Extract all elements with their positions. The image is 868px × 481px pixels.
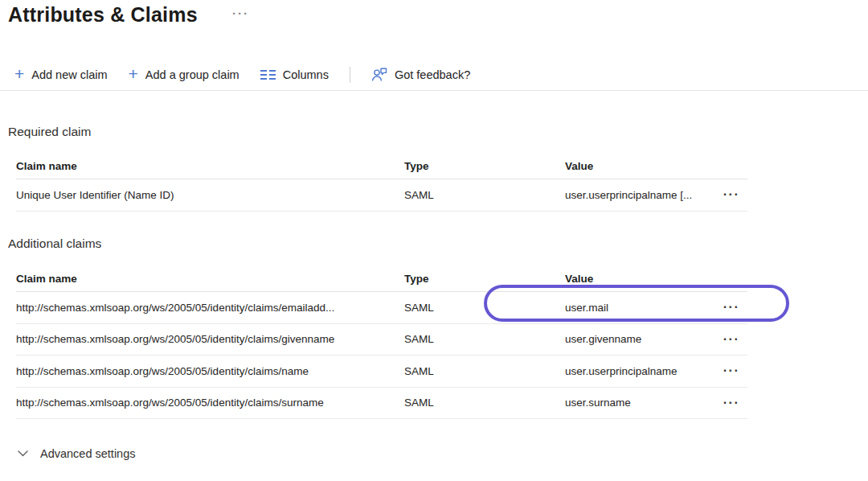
required-claim-heading: Required claim xyxy=(8,125,91,139)
add-group-claim-label: Add a group claim xyxy=(145,68,240,81)
advanced-settings-label: Advanced settings xyxy=(40,447,136,460)
type-cell: SAML xyxy=(404,397,565,409)
additional-claims-table: Claim name Type Value http://schemas.xml… xyxy=(16,265,747,419)
type-cell: SAML xyxy=(404,189,565,201)
column-header-claim-name: Claim name xyxy=(16,273,404,285)
column-header-value: Value xyxy=(565,273,715,285)
table-row-name[interactable]: http://schemas.xmlsoap.org/ws/2005/05/id… xyxy=(16,356,747,388)
feedback-icon xyxy=(371,68,387,82)
columns-label: Columns xyxy=(283,68,329,81)
add-new-claim-button[interactable]: + Add new claim xyxy=(14,68,108,81)
advanced-settings-toggle[interactable]: Advanced settings xyxy=(18,447,136,460)
toolbar-separator xyxy=(350,67,350,83)
claim-name-cell: http://schemas.xmlsoap.org/ws/2005/05/id… xyxy=(16,365,404,377)
table-header-row: Claim name Type Value xyxy=(16,153,747,179)
toolbar-divider xyxy=(0,90,868,91)
got-feedback-button[interactable]: Got feedback? xyxy=(371,68,470,82)
table-header-row: Claim name Type Value xyxy=(16,265,747,292)
add-new-claim-label: Add new claim xyxy=(31,68,107,81)
table-row-surname[interactable]: http://schemas.xmlsoap.org/ws/2005/05/id… xyxy=(16,388,747,420)
row-context-menu-button[interactable]: ··· xyxy=(723,399,739,407)
column-header-type: Type xyxy=(404,160,565,172)
row-context-menu-button[interactable]: ··· xyxy=(723,367,739,375)
column-header-value: Value xyxy=(565,160,715,172)
type-cell: SAML xyxy=(404,333,565,345)
claim-name-cell: http://schemas.xmlsoap.org/ws/2005/05/id… xyxy=(16,397,404,409)
column-header-claim-name: Claim name xyxy=(16,160,404,172)
plus-icon: + xyxy=(14,68,24,80)
value-cell: user.surname xyxy=(565,397,715,409)
additional-claims-heading: Additional claims xyxy=(8,236,101,251)
type-cell: SAML xyxy=(404,302,565,314)
chevron-down-icon xyxy=(18,450,28,457)
value-cell: user.userprincipalname [... xyxy=(565,189,715,201)
got-feedback-label: Got feedback? xyxy=(395,68,470,81)
value-cell: user.mail xyxy=(565,302,715,314)
attributes-claims-page: Attributes & Claims ··· + Add new claim … xyxy=(0,0,868,481)
claim-name-cell: http://schemas.xmlsoap.org/ws/2005/05/id… xyxy=(16,333,404,345)
value-cell: user.givenname xyxy=(565,333,715,345)
plus-icon: + xyxy=(129,68,138,80)
page-title: Attributes & Claims xyxy=(8,3,198,27)
claim-name-cell: http://schemas.xmlsoap.org/ws/2005/05/id… xyxy=(16,302,404,314)
table-row[interactable]: Unique User Identifier (Name ID) SAML us… xyxy=(16,179,747,212)
columns-button[interactable]: Columns xyxy=(260,68,329,81)
claim-name-cell: Unique User Identifier (Name ID) xyxy=(16,189,404,201)
row-context-menu-button[interactable]: ··· xyxy=(723,335,739,343)
required-claim-table: Claim name Type Value Unique User Identi… xyxy=(16,153,747,212)
type-cell: SAML xyxy=(404,365,565,377)
page-more-menu-button[interactable]: ··· xyxy=(232,6,249,20)
command-bar: + Add new claim + Add a group claim Colu… xyxy=(14,61,470,88)
column-header-type: Type xyxy=(404,273,565,285)
row-context-menu-button[interactable]: ··· xyxy=(723,303,739,311)
value-cell: user.userprincipalname xyxy=(565,365,715,377)
table-row-emailaddress[interactable]: http://schemas.xmlsoap.org/ws/2005/05/id… xyxy=(16,292,747,324)
row-context-menu-button[interactable]: ··· xyxy=(723,191,739,199)
table-row-givenname[interactable]: http://schemas.xmlsoap.org/ws/2005/05/id… xyxy=(16,324,747,356)
columns-icon xyxy=(260,70,276,80)
add-group-claim-button[interactable]: + Add a group claim xyxy=(129,68,240,81)
